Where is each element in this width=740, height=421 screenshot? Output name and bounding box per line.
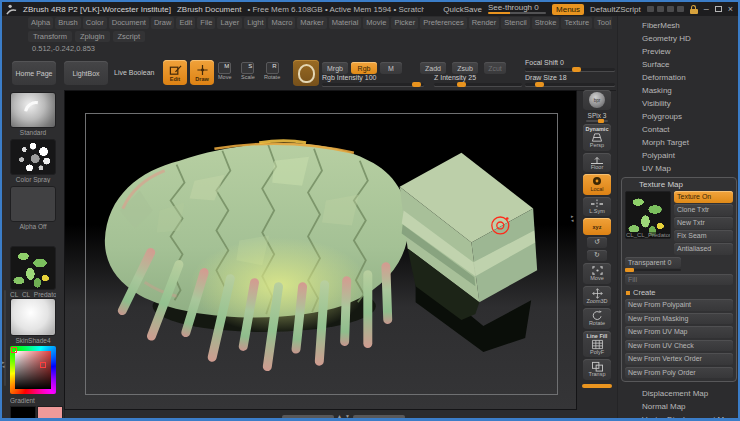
quicksave-button[interactable]: QuickSave [443,5,482,14]
see-through-track[interactable] [488,12,546,14]
menu-marker[interactable]: Marker [297,17,326,29]
local-button[interactable]: Local [583,174,611,195]
menu-brush[interactable]: Brush [55,17,81,29]
skinshade-thumb[interactable] [10,298,56,336]
palette-item-surface[interactable]: Surface [620,58,738,71]
new-from-vertex-order-button[interactable]: New From Vertex Order [625,353,733,365]
canvas-h-scrollbar[interactable]: ▲ ▼ [282,414,405,419]
menu-layer[interactable]: Layer [217,17,242,29]
home-page-button[interactable]: Home Page [12,61,56,85]
shelf-scroll-indicator[interactable] [582,384,612,388]
new-from-uv-check-button[interactable]: New From UV Check [625,340,733,352]
fill-button[interactable]: Fill [625,274,733,286]
transp-button[interactable]: Transp [583,359,611,380]
m-toggle[interactable]: M [380,62,402,74]
menu-macro[interactable]: Macro [268,17,295,29]
draw-size-slider[interactable]: Draw Size 18 [525,74,615,86]
menu-stroke[interactable]: Stroke [532,17,560,29]
doc-nav-icons[interactable] [647,6,684,12]
new-txtr-button[interactable]: New Txtr [674,217,733,229]
menu-draw[interactable]: Draw [151,17,175,29]
menu-preferences[interactable]: Preferences [420,17,466,29]
texture-map-thumbnail[interactable]: CL_CL_Predators [625,191,671,239]
dock-handle[interactable]: ▸ ◂ [2,360,5,368]
rotate-view-button[interactable]: Rotate [583,308,611,329]
stroke-selector[interactable]: Color Spray [10,139,56,183]
palette-item-preview[interactable]: Preview [620,45,738,58]
palette-item-contact[interactable]: Contact [620,123,738,136]
rgb-toggle[interactable]: Rgb [351,62,377,74]
palette-item-vector-displacement-map[interactable]: Vector Displacement Map [620,413,738,421]
zcut-toggle[interactable]: Zcut [484,62,506,74]
palette-item-polypaint[interactable]: Polypaint [620,149,738,162]
menu-tool[interactable]: Tool [594,17,612,29]
focal-shift-slider[interactable]: Focal Shift 0 [525,59,615,71]
transparent-slider[interactable]: Transparent 0 [625,257,681,271]
sv-selector[interactable] [40,362,46,368]
texture-on-button[interactable]: Texture On [674,191,733,203]
edit-button[interactable]: Edit [163,60,187,85]
color-spray-thumb[interactable] [10,139,56,175]
restore-button[interactable] [715,6,722,12]
antialiased-button[interactable]: Antialiased [674,243,733,255]
new-from-poly-order-button[interactable]: New From Poly Order [625,367,733,379]
secondary-color-swatch[interactable] [37,406,63,421]
menu-document[interactable]: Document [109,17,149,29]
spix-slider[interactable]: SPix 3 [586,112,608,122]
palette-item-geometry-hd[interactable]: Geometry HD [620,32,738,45]
texture-thumb[interactable] [10,246,56,290]
frame-button[interactable]: Move [583,263,611,284]
dynamic-persp-button[interactable]: Dynamic Persp [583,124,611,151]
menu-transform[interactable]: Transform [28,31,72,42]
clone-txtr-button[interactable]: Clone Txtr [674,204,733,216]
new-from-polypaint-button[interactable]: New From Polypaint [625,299,733,311]
texture-map-header[interactable]: Texture Map [625,180,733,189]
menu-texture[interactable]: Texture [561,17,592,29]
zadd-toggle[interactable]: Zadd [420,62,446,74]
menu-light[interactable]: Light [244,17,266,29]
see-through-slider[interactable]: See-through 0 [488,4,546,14]
palette-item-fibermesh[interactable]: FiberMesh [620,19,738,32]
draw-button[interactable]: Draw [190,60,214,85]
menu-file[interactable]: File [197,17,215,29]
material-selector[interactable]: SkinShade4 [10,298,56,344]
lsym-button[interactable]: L.Sym [583,197,611,217]
lightbox-button[interactable]: LightBox [64,61,108,85]
default-zscript-button[interactable]: DefaultZScript [590,5,641,14]
hue-selector[interactable] [11,347,17,353]
spin-right-button[interactable]: ↻ [587,250,607,261]
rotate-button[interactable]: R Rotate [264,62,280,80]
palette-item-polygroups[interactable]: Polygroups [620,110,738,123]
fix-seam-button[interactable]: Fix Seam [674,230,733,242]
menu-edit[interactable]: Edit [176,17,195,29]
palette-item-visibility[interactable]: Visibility [620,97,738,110]
palette-item-uv-map[interactable]: UV Map [620,162,738,175]
xyz-toggle[interactable]: xyz [583,218,611,235]
canvas-v-handle[interactable]: ▸ ◂ [571,214,574,222]
menu-movie[interactable]: Movie [363,17,389,29]
document-canvas[interactable] [64,90,577,410]
bpr-button[interactable]: bpr [583,90,611,110]
palette-item-morph-target[interactable]: Morph Target [620,136,738,149]
zsub-toggle[interactable]: Zsub [452,62,478,74]
new-from-masking-button[interactable]: New From Masking [625,313,733,325]
menu-material[interactable]: Material [329,17,362,29]
palette-item-normal-map[interactable]: Normal Map [620,400,738,413]
palette-item-masking[interactable]: Masking [620,84,738,97]
rgb-intensity-slider[interactable]: Rgb Intensity 100 [322,74,424,86]
move-view-button[interactable]: Zoom3D [583,286,611,307]
mrgb-toggle[interactable]: Mrgb [322,62,348,74]
lock-icon[interactable] [690,5,698,14]
new-from-uv-map-button[interactable]: New From UV Map [625,326,733,338]
z-intensity-slider[interactable]: Z Intensity 25 [434,74,522,86]
menu-render[interactable]: Render [469,17,500,29]
menu-zscript[interactable]: Zscript [113,31,146,42]
3d-model[interactable] [65,91,576,410]
saturation-square[interactable] [15,351,51,389]
palette-item-displacement-map[interactable]: Displacement Map [620,387,738,400]
menu-picker[interactable]: Picker [391,17,418,29]
menu-zplugin[interactable]: Zplugin [75,31,110,42]
menus-button[interactable]: Menus [552,4,584,15]
gradient-label[interactable]: Gradient [10,397,56,404]
color-picker[interactable] [10,346,56,394]
